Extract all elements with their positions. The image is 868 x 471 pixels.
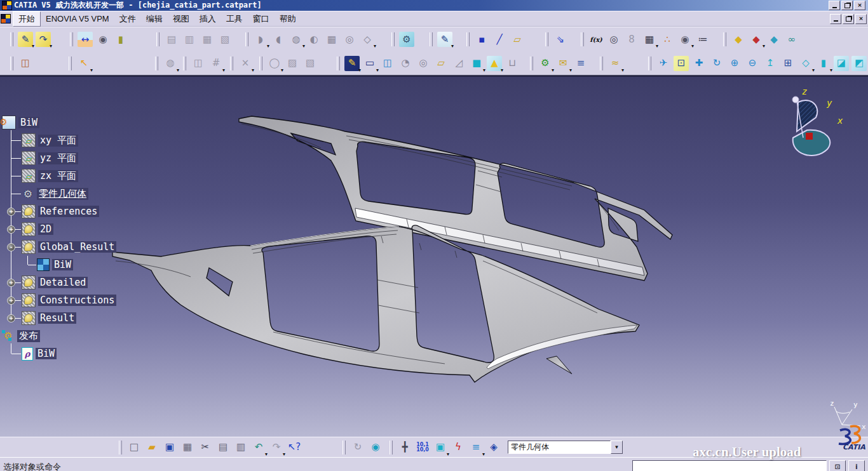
menu-item-7[interactable]: 工具 — [221, 12, 248, 26]
body-selector-combo[interactable]: 零件几何体▼ — [508, 441, 623, 454]
settings-gear-icon[interactable]: ⚙ — [399, 32, 414, 47]
body-selector-dropdown-button[interactable]: ▼ — [611, 441, 623, 454]
hide-show-icon[interactable]: ◪ — [834, 56, 849, 71]
tree-item-label[interactable]: Result — [38, 312, 76, 324]
fly-mode-icon[interactable]: ✈ — [656, 56, 671, 71]
catalog-part-icon[interactable]: ▣▾ — [433, 440, 448, 455]
tree-item-constructions[interactable]: Constructions — [22, 291, 116, 309]
toolbar-handle[interactable] — [530, 56, 533, 70]
zoom-in-icon[interactable]: ⊕ — [727, 56, 742, 71]
menu-item-5[interactable]: 视图 — [168, 12, 194, 26]
swap-space-icon[interactable]: ◩ — [851, 56, 867, 71]
catalog-gray-4-icon[interactable]: ▧ — [217, 32, 233, 47]
tree-item-biw[interactable]: BiW — [37, 256, 73, 274]
iso-view-icon[interactable]: ◇▾ — [798, 56, 813, 71]
tree-item-label[interactable]: yz 平面 — [38, 152, 78, 164]
menu-item-1[interactable]: 开始 — [13, 11, 41, 27]
toolbar-handle[interactable] — [10, 56, 13, 70]
tree-item-biw[interactable]: BiW — [2, 114, 39, 131]
tree-item-detailed[interactable]: Detailed — [22, 274, 88, 291]
menu-item-2[interactable]: ENOVIA V5 VPM — [41, 13, 114, 25]
catalog-gray-3-icon[interactable]: ▦ — [200, 32, 215, 47]
power-input[interactable] — [632, 460, 827, 471]
rib-icon[interactable]: ◿ — [451, 56, 466, 71]
tree-item-result[interactable]: Result — [22, 309, 76, 327]
rule-icon[interactable]: ≔ — [695, 32, 710, 47]
tree-item-global-result[interactable]: Global_Result — [22, 238, 116, 256]
refresh-icon[interactable]: ↻ — [350, 440, 365, 455]
solid-pattern-icon[interactable]: ▦ — [324, 32, 339, 47]
expand-toggle[interactable]: + — [7, 225, 15, 234]
pad-icon[interactable]: ■▾ — [469, 56, 484, 71]
tree-item-label[interactable]: Detailed — [38, 277, 88, 288]
formula-icon[interactable]: f(x) — [588, 32, 604, 47]
toolbar-handle[interactable] — [183, 56, 186, 70]
toolbar-handle[interactable] — [119, 441, 122, 454]
part-cyan-icon[interactable]: ◆ — [766, 32, 782, 47]
split-body-icon[interactable]: ◫ — [380, 56, 395, 71]
print-icon[interactable]: ▦ — [180, 440, 195, 455]
look-at-icon[interactable]: ◍▾ — [163, 56, 178, 71]
tree-item--[interactable]: 发布 — [2, 327, 40, 345]
open-icon[interactable]: ▰ — [144, 440, 159, 455]
sketch-board-icon[interactable]: ✎▾ — [437, 32, 452, 47]
menu-item-8[interactable]: 窗口 — [248, 12, 275, 26]
cut-icon[interactable]: ✂ — [198, 440, 213, 455]
sphere-icon[interactable]: ◯▾ — [267, 56, 282, 71]
compass-tool-icon[interactable]: ×▾ — [238, 56, 253, 71]
tree-item-label[interactable]: BiW — [52, 259, 73, 270]
part-yellow-icon[interactable]: ◆ — [731, 32, 746, 47]
tree-item-label[interactable]: xy 平面 — [38, 135, 78, 147]
collapse-toggle[interactable]: - — [7, 243, 15, 251]
zoom-out-icon[interactable]: ⊖ — [745, 56, 760, 71]
tree-item-label[interactable]: BiW — [18, 117, 39, 128]
toolbar-handle[interactable] — [337, 56, 340, 70]
tree-item-label[interactable]: Constructions — [38, 295, 116, 306]
tree-item--[interactable]: 零件几何体 — [22, 185, 88, 202]
solid-close-icon[interactable]: ◐ — [306, 32, 322, 47]
expand-toggle[interactable]: + — [7, 279, 15, 287]
redo-icon[interactable]: ↷▾ — [269, 440, 284, 455]
toolbar-handle[interactable] — [156, 32, 159, 46]
part-red-icon[interactable]: ◆▾ — [749, 32, 764, 47]
undo-icon[interactable]: ↶▾ — [251, 440, 266, 455]
spray-icon[interactable]: ▨ — [285, 56, 300, 71]
measure-between-icon[interactable]: ↔ — [78, 32, 93, 47]
menu-item-6[interactable]: 插入 — [194, 12, 221, 26]
paste-icon[interactable]: ▥ — [233, 440, 248, 455]
relations-icon[interactable]: ∴ — [660, 32, 675, 47]
exit-workbench-icon[interactable]: ⇘ — [553, 32, 568, 47]
pocket-icon[interactable]: ⊔ — [505, 56, 520, 71]
toolbar-handle[interactable] — [69, 56, 72, 70]
catalog-gray-1-icon[interactable]: ▤ — [164, 32, 179, 47]
toolbar-handle[interactable] — [342, 441, 346, 454]
surface-edit-icon[interactable]: ▱ — [433, 56, 449, 71]
body-selector-value[interactable]: 零件几何体 — [508, 441, 611, 454]
toolbar-handle[interactable] — [390, 441, 393, 454]
copy-icon[interactable]: ▤ — [215, 440, 231, 455]
line-icon[interactable]: ╱ — [492, 32, 507, 47]
structure-list-icon[interactable]: ≡ — [573, 56, 588, 71]
tree-item-label[interactable]: 零件几何体 — [37, 188, 88, 200]
body-side-frame-rear[interactable] — [239, 116, 672, 281]
tree-item-label[interactable]: 发布 — [17, 330, 40, 342]
tree-item-yz-[interactable]: yz 平面 — [22, 149, 78, 167]
fit-all-icon[interactable]: ⊡ — [674, 56, 689, 71]
depth-effect-icon[interactable]: ◫ — [191, 56, 206, 71]
toolbar-handle[interactable] — [70, 32, 73, 46]
toolbar-handle[interactable] — [581, 32, 584, 46]
expand-toggle[interactable]: + — [7, 296, 15, 305]
plane-icon[interactable]: ▱ — [510, 32, 525, 47]
point-icon[interactable]: ▪ — [474, 32, 489, 47]
solid-sweep-icon[interactable]: ◗▾ — [253, 32, 268, 47]
tree-item-references[interactable]: References — [22, 202, 99, 220]
tree-item-label[interactable]: zx 平面 — [38, 170, 78, 182]
mdi-restore-button[interactable] — [843, 14, 854, 24]
catalog-open-icon[interactable]: ↷▾ — [36, 32, 51, 47]
tree-item-label[interactable]: References — [38, 206, 99, 217]
new-document-icon[interactable]: □ — [126, 440, 142, 455]
toolbar-handle[interactable] — [466, 32, 470, 46]
toolbar-handle[interactable] — [259, 56, 262, 70]
catalog-book-icon[interactable]: ◈ — [486, 440, 501, 455]
solid-loft-icon[interactable]: ◖ — [271, 32, 286, 47]
